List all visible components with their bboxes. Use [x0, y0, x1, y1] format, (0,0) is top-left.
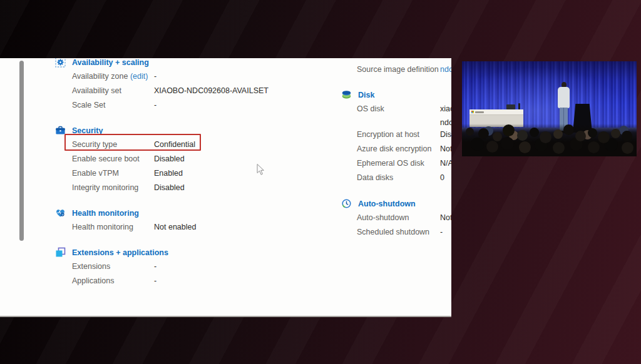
row-value: Disa: [440, 128, 451, 142]
row-encryption-at-host: Encryption at host Disa: [341, 128, 451, 142]
microsoft-wordmark: [475, 111, 484, 113]
row-label: Ephemeral OS disk: [357, 156, 440, 171]
row-value: XIAOBO-NDC092608-AVAILSET: [154, 84, 269, 98]
section-title: Auto-shutdown: [358, 200, 416, 208]
row-value: Enabled: [154, 166, 183, 181]
row-value: Not enabled: [154, 220, 196, 235]
microsoft-logo: [471, 111, 474, 113]
section-title: Availability + scaling: [72, 58, 149, 67]
os-disk-value-line1: xiaobo-: [440, 104, 451, 113]
row-label: Health monitoring: [72, 220, 154, 235]
disk-icon: [341, 89, 352, 100]
row-label: Azure disk encryption: [357, 142, 440, 156]
auto-shutdown-header: Auto-shutdown: [341, 196, 451, 211]
row-source-image-definition: Source image definition ndc: [341, 63, 451, 77]
row-label: Availability zone: [72, 72, 128, 81]
row-ephemeral-os-disk: Ephemeral OS disk N/A: [341, 156, 451, 171]
row-label: OS disk: [357, 102, 440, 116]
row-applications: Applications -: [55, 274, 293, 288]
row-label: Scheduled shutdown: [357, 225, 440, 240]
section-title: Extensions + applications: [72, 248, 168, 257]
security-icon: [55, 125, 66, 136]
section-health-monitoring: Health monitoring Health monitoring Not …: [55, 206, 293, 235]
row-value: Not: [440, 211, 451, 225]
row-value: N/A: [440, 156, 451, 171]
row-label: Availability set: [72, 84, 154, 98]
row-label: Security type: [72, 138, 154, 152]
source-image-link[interactable]: ndc: [440, 63, 451, 77]
vm-overview-panel: Availability + scaling Availability zone…: [0, 58, 451, 317]
row-health-monitoring: Health monitoring Not enabled: [55, 220, 293, 235]
row-value: -: [154, 69, 156, 84]
laptop: [506, 104, 515, 109]
availability-scaling-header: Availability + scaling: [55, 58, 293, 69]
row-value: -: [154, 260, 156, 274]
row-scale-set: Scale Set -: [55, 98, 293, 113]
health-monitoring-header: Health monitoring: [55, 206, 293, 220]
health-monitoring-icon: [55, 208, 66, 218]
row-value: Disabled: [154, 181, 185, 195]
row-value: Confidential: [154, 138, 195, 152]
row-value: Disabled: [154, 152, 185, 166]
row-label: Scale Set: [72, 98, 154, 113]
row-value: -: [154, 98, 156, 113]
row-label: Source image definition: [357, 63, 440, 77]
vertical-scrollbar-thumb[interactable]: [19, 61, 24, 241]
row-label: Extensions: [72, 260, 154, 274]
disk-header: Disk: [341, 88, 451, 102]
row-value: 0: [440, 171, 444, 185]
row-security-type: Security type Confidential: [55, 138, 293, 152]
row-integrity-monitoring: Integrity monitoring Disabled: [55, 181, 293, 195]
edit-link[interactable]: (edit): [130, 72, 148, 81]
row-availability-zone: Availability zone (edit) -: [55, 69, 293, 84]
row-extensions: Extensions -: [55, 260, 293, 274]
row-auto-shutdown: Auto-shutdown Not: [341, 211, 451, 225]
auto-shutdown-icon: [341, 198, 352, 209]
row-label: Applications: [72, 274, 154, 288]
audience-silhouettes: [462, 124, 637, 156]
row-label: Auto-shutdown: [357, 211, 440, 225]
availability-scaling-icon: [55, 58, 66, 68]
row-azure-disk-encryption: Azure disk encryption Not: [341, 142, 451, 156]
right-column: Source image definition ndc Disk OS disk…: [341, 58, 451, 240]
row-value: -: [440, 225, 443, 240]
row-value: Not: [440, 142, 451, 156]
row-data-disks: Data disks 0: [341, 171, 451, 185]
section-disk: Disk OS disk xiaobo- ndc0926 Encryption …: [341, 88, 451, 185]
desk-top: [469, 109, 523, 115]
section-extensions-applications: Extensions + applications Extensions - A…: [55, 245, 293, 288]
os-disk-value-line2: ndc0926: [440, 118, 451, 127]
section-auto-shutdown: Auto-shutdown Auto-shutdown Not Schedule…: [341, 196, 451, 240]
section-security: Security Security type Confidential Enab…: [55, 123, 293, 195]
extensions-applications-icon: [55, 247, 66, 258]
presenter-shirt: [558, 87, 570, 108]
row-label: Encryption at host: [357, 128, 440, 142]
section-availability-scaling: Availability + scaling Availability zone…: [55, 58, 293, 113]
section-title: Health monitoring: [72, 209, 139, 218]
water-bottle: [518, 103, 520, 109]
section-title: Disk: [358, 91, 374, 99]
extensions-applications-header: Extensions + applications: [55, 245, 293, 260]
security-header: Security: [55, 123, 293, 138]
row-label: Enable vTPM: [72, 166, 154, 181]
row-os-disk: OS disk xiaobo- ndc0926: [341, 102, 451, 129]
row-label: Data disks: [357, 171, 440, 185]
row-label: Enable secure boot: [72, 152, 154, 166]
mouse-cursor: [255, 163, 265, 176]
presenter-video-inset[interactable]: [462, 61, 637, 156]
row-scheduled-shutdown: Scheduled shutdown -: [341, 225, 451, 240]
section-title: Security: [72, 126, 103, 135]
row-value: -: [154, 274, 156, 288]
row-availability-set: Availability set XIAOBO-NDC092608-AVAILS…: [55, 84, 293, 98]
row-label: Integrity monitoring: [72, 181, 154, 195]
